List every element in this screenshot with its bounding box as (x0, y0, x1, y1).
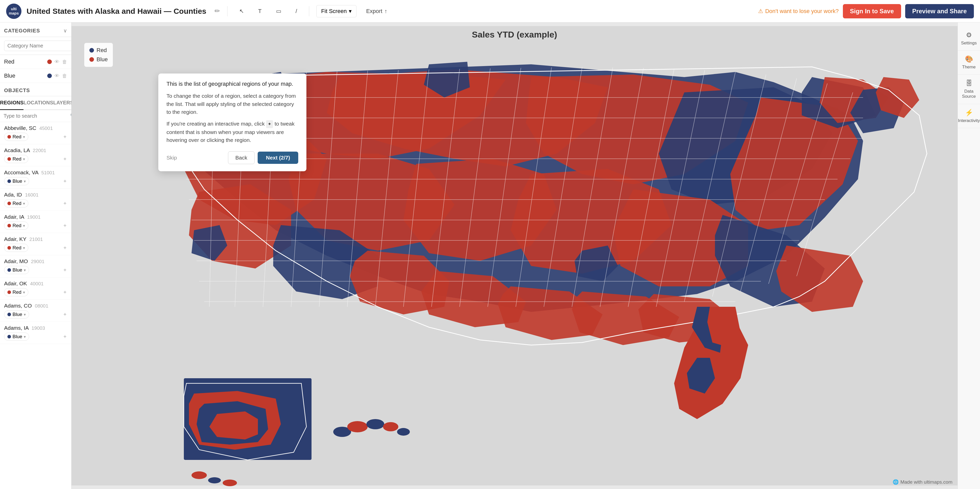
category-eye-red[interactable]: 👁 (54, 59, 59, 65)
region-name: Adair, KY 21001 (4, 236, 67, 242)
region-settings-icon[interactable]: ✦ (63, 267, 67, 273)
text-tool-button[interactable]: T (253, 5, 266, 17)
region-name: Adair, IA 19001 (4, 214, 67, 220)
region-settings-icon[interactable]: ✦ (63, 178, 67, 184)
legend-label-red: Red (97, 47, 107, 54)
region-id: 29001 (31, 259, 45, 264)
warning-label: Don't want to lose your work? (765, 8, 839, 14)
region-category-badge[interactable]: Red ▾ (4, 288, 29, 296)
tooltip-next-button[interactable]: Next (2/7) (258, 152, 298, 164)
sign-in-button[interactable]: Sign In to Save (843, 4, 901, 18)
sidebar-item-interactivity[interactable]: ⚡ Interactivity (958, 104, 980, 128)
region-settings-icon[interactable]: ✦ (63, 333, 67, 340)
region-row: Adams, CO 08001 Blue ▾ ✦ (0, 300, 71, 322)
datasource-icon: 🗄 (966, 79, 972, 87)
region-settings-icon[interactable]: ✦ (63, 200, 67, 206)
region-category-badge[interactable]: Blue ▾ (4, 177, 29, 185)
line-tool-button[interactable]: / (291, 5, 302, 17)
tooltip-text-1: This is the list of geographical regions… (167, 81, 298, 87)
region-category-row: Red ▾ ✦ (4, 244, 67, 252)
region-settings-icon[interactable]: ✦ (63, 289, 67, 295)
interactivity-icon: ⚡ (965, 109, 973, 117)
region-category-badge[interactable]: Red ▾ (4, 222, 29, 230)
tab-layers[interactable]: LAYERS (53, 96, 72, 110)
svg-point-40 (347, 421, 368, 432)
tooltip-skip-button[interactable]: Skip (167, 152, 177, 164)
region-cat-dot (7, 179, 11, 183)
select-tool-button[interactable]: ↖ (235, 5, 248, 17)
sidebar-item-datasource[interactable]: 🗄 Data Source (958, 75, 980, 104)
region-category-badge[interactable]: Red ▾ (4, 199, 29, 208)
legend-item-blue: Blue (89, 56, 108, 63)
category-delete-blue[interactable]: 🗑 (62, 73, 67, 79)
made-with-text: Made with ultimaps.com (900, 479, 953, 485)
tooltip-back-button[interactable]: Back (228, 151, 255, 164)
region-cat-chevron: ▾ (23, 157, 25, 162)
map-area[interactable]: Sales YTD (example) (72, 22, 958, 489)
region-settings-icon[interactable]: ✦ (63, 222, 67, 229)
region-category-badge[interactable]: Blue ▾ (4, 310, 29, 319)
search-input[interactable] (3, 113, 68, 119)
region-id: 16001 (25, 192, 38, 198)
tab-locations[interactable]: LOCATIONS (24, 96, 53, 110)
region-settings-icon[interactable]: ✦ (63, 134, 67, 140)
category-eye-blue[interactable]: 👁 (54, 73, 59, 79)
region-category-badge[interactable]: Red ▾ (4, 133, 29, 141)
export-button[interactable]: Export ↑ (361, 5, 392, 17)
region-id: 19003 (32, 325, 45, 331)
tab-regions[interactable]: REGIONS (0, 96, 24, 110)
region-row: Adair, OK 40001 Red ▾ ✦ (0, 278, 71, 300)
region-settings-icon[interactable]: ✦ (63, 245, 67, 251)
logo[interactable]: ulti maps (6, 3, 21, 19)
region-cat-chevron: ▾ (24, 179, 26, 184)
top-bar: ulti maps United States with Alaska and … (0, 0, 980, 22)
region-id: 19001 (27, 214, 41, 220)
region-category-badge[interactable]: Blue ▾ (4, 266, 29, 274)
globe-icon: 🌐 (892, 479, 899, 485)
legend-item-red: Red (89, 47, 108, 54)
region-name: Acadia, LA 22001 (4, 147, 67, 153)
preview-share-button[interactable]: Preview and Share (905, 4, 974, 18)
category-name-red: Red (4, 59, 45, 65)
edit-icon[interactable]: ✏ (215, 7, 220, 15)
region-name: Abbeville, SC 45001 (4, 125, 67, 131)
svg-point-37 (223, 479, 237, 486)
region-category-badge[interactable]: Red ▾ (4, 244, 29, 252)
region-cat-chevron: ▾ (23, 290, 25, 295)
region-id: 21001 (29, 237, 43, 242)
fit-screen-button[interactable]: Fit Screen ▾ (317, 5, 356, 17)
add-category-row: Add (0, 37, 71, 55)
region-settings-icon[interactable]: ✦ (63, 156, 67, 162)
export-label: Export (366, 8, 382, 14)
region-cat-label: Red (13, 223, 21, 229)
category-name-blue: Blue (4, 73, 45, 79)
svg-point-35 (191, 472, 207, 479)
category-name-input[interactable] (4, 41, 72, 51)
region-category-badge[interactable]: Blue ▾ (4, 333, 29, 341)
sidebar-item-theme[interactable]: 🎨 Theme (958, 51, 980, 75)
region-cat-dot (7, 224, 11, 227)
region-cat-dot (7, 335, 11, 338)
sidebar-item-settings[interactable]: ⚙ Settings (958, 27, 980, 51)
category-delete-red[interactable]: 🗑 (62, 59, 67, 65)
region-id: 51001 (41, 170, 55, 175)
region-cat-label: Blue (13, 312, 22, 317)
region-settings-icon[interactable]: ✦ (63, 311, 67, 318)
tooltip-actions: Skip Back Next (2/7) (167, 151, 298, 164)
fit-screen-chevron: ▾ (349, 8, 352, 14)
left-sidebar: CATEGORIES ∨ Add Red 👁 🗑 Blue 👁 🗑 OBJECT… (0, 22, 72, 489)
categories-collapse-icon[interactable]: ∨ (63, 27, 67, 34)
category-row-blue: Blue 👁 🗑 (0, 69, 71, 83)
region-category-badge[interactable]: Red ▾ (4, 155, 29, 163)
tooltip-popup: This is the list of geographical regions… (158, 73, 306, 171)
region-category-row: Blue ▾ ✦ (4, 177, 67, 185)
logo-text: ulti maps (9, 7, 19, 15)
categories-title: CATEGORIES (4, 28, 40, 34)
region-cat-dot (7, 291, 11, 294)
region-cat-chevron: ▾ (23, 201, 25, 206)
search-icon: 🔍 (70, 113, 72, 119)
rect-tool-button[interactable]: ▭ (271, 5, 286, 17)
category-color-blue (47, 73, 52, 78)
region-cat-label: Blue (13, 267, 22, 273)
region-cat-label: Blue (13, 334, 22, 340)
